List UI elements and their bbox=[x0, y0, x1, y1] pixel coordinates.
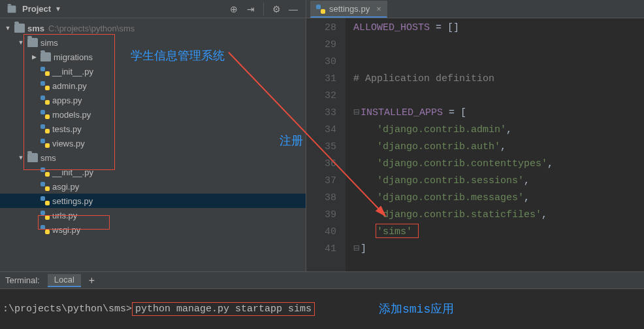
python-icon bbox=[40, 67, 50, 76]
editor-tab-bar: settings.py × bbox=[306, 0, 644, 18]
line-number: 40 bbox=[306, 224, 336, 241]
code-body[interactable]: ALLOWED_HOSTS = [] # Application definit… bbox=[346, 18, 644, 271]
folder-icon bbox=[14, 24, 25, 33]
terminal-panel: Terminal: Local + :\projects\python\sms>… bbox=[0, 271, 644, 329]
folder-icon bbox=[27, 153, 38, 162]
line-number: 30 bbox=[306, 54, 336, 71]
chevron-down-icon[interactable]: ▼ bbox=[17, 39, 25, 46]
divider bbox=[263, 3, 264, 16]
python-icon bbox=[316, 5, 325, 14]
terminal-tab[interactable]: Local bbox=[48, 274, 81, 287]
tree-file[interactable]: __init__.py bbox=[0, 64, 306, 78]
python-icon bbox=[40, 167, 50, 177]
collapse-icon[interactable]: ⇥ bbox=[245, 3, 257, 15]
tree-label: __init__.py bbox=[52, 67, 93, 77]
folder-icon bbox=[8, 5, 16, 12]
line-number: 31 bbox=[306, 71, 336, 88]
project-header: Project ▼ ⊕ ⇥ ⚙ — bbox=[0, 0, 306, 18]
gutter: 28 29 30 31 32 33 34 35 36 37 38 39 40 4… bbox=[306, 18, 346, 271]
editor-panel: settings.py × 28 29 30 31 32 33 34 35 36… bbox=[306, 0, 644, 271]
line-number: 28 bbox=[306, 20, 336, 37]
tree-label: admin.py bbox=[52, 81, 87, 91]
chevron-down-icon[interactable]: ▼ bbox=[4, 25, 12, 31]
line-number: 29 bbox=[306, 37, 336, 54]
target-icon[interactable]: ⊕ bbox=[228, 3, 240, 15]
tree-file[interactable]: tests.py bbox=[0, 122, 306, 136]
project-title[interactable]: Project bbox=[22, 4, 51, 14]
line-number: 35 bbox=[306, 139, 336, 156]
tree-file[interactable]: admin.py bbox=[0, 78, 306, 93]
tree-label: views.py bbox=[52, 139, 85, 148]
editor-tab[interactable]: settings.py × bbox=[310, 1, 387, 18]
tree-label: tests.py bbox=[52, 124, 82, 134]
python-icon bbox=[40, 225, 50, 234]
tree-file[interactable]: wsgi.py bbox=[0, 222, 306, 237]
terminal-title: Terminal: bbox=[5, 275, 40, 285]
tree-label: wsgi.py bbox=[52, 225, 80, 235]
line-number: 41 bbox=[306, 241, 336, 258]
tree-file[interactable]: urls.py bbox=[0, 208, 306, 222]
python-icon bbox=[40, 110, 50, 119]
tree-file[interactable]: models.py bbox=[0, 107, 306, 122]
terminal-body[interactable]: :\projects\python\sms>python manage.py s… bbox=[0, 289, 644, 329]
dropdown-icon[interactable]: ▼ bbox=[55, 5, 61, 12]
line-number: 36 bbox=[306, 156, 336, 173]
tree-root[interactable]: ▼ sms C:\projects\python\sms bbox=[0, 21, 306, 35]
chevron-down-icon[interactable]: ▼ bbox=[17, 154, 25, 161]
tree-file-selected[interactable]: settings.py bbox=[0, 194, 306, 208]
tree-label: settings.py bbox=[52, 196, 93, 206]
tree-folder-sims[interactable]: ▼ sims bbox=[0, 35, 306, 50]
tree-path: C:\projects\python\sms bbox=[48, 24, 135, 33]
tree-label: urls.py bbox=[52, 211, 77, 220]
tree-label: __init__.py bbox=[52, 167, 93, 177]
folder-icon bbox=[27, 38, 38, 47]
tree-folder-migrations[interactable]: ▶ migrations bbox=[0, 50, 306, 64]
line-number: 37 bbox=[306, 173, 336, 190]
tree-file[interactable]: asgi.py bbox=[0, 179, 306, 194]
python-icon bbox=[40, 81, 50, 90]
tree-label: asgi.py bbox=[52, 182, 79, 192]
annotation-box: python manage.py startapp sims bbox=[132, 302, 315, 316]
tree-folder-sms[interactable]: ▼ sms bbox=[0, 150, 306, 165]
tab-label: settings.py bbox=[329, 4, 370, 14]
tree-label: sms bbox=[40, 153, 56, 163]
tree-label: apps.py bbox=[52, 95, 82, 105]
line-number: 32 bbox=[306, 88, 336, 105]
project-panel: Project ▼ ⊕ ⇥ ⚙ — ▼ sms C:\projects\pyth… bbox=[0, 0, 306, 271]
terminal-prompt: :\projects\python\sms> bbox=[3, 303, 132, 315]
python-icon bbox=[40, 196, 50, 205]
gear-icon[interactable]: ⚙ bbox=[270, 3, 282, 15]
line-number: 39 bbox=[306, 207, 336, 224]
folder-icon bbox=[40, 52, 51, 61]
terminal-command: python manage.py startapp sims bbox=[135, 303, 312, 315]
python-icon bbox=[40, 124, 50, 133]
python-icon bbox=[40, 182, 50, 191]
hide-icon[interactable]: — bbox=[287, 3, 299, 15]
annotation-box bbox=[376, 224, 419, 238]
project-tree: ▼ sms C:\projects\python\sms ▼ sims ▶ mi… bbox=[0, 18, 306, 271]
chevron-right-icon[interactable]: ▶ bbox=[30, 54, 38, 60]
tree-label: models.py bbox=[52, 110, 91, 120]
terminal-tab-bar: Terminal: Local + bbox=[0, 272, 644, 289]
line-number: 33 bbox=[306, 105, 336, 122]
python-icon bbox=[40, 211, 50, 220]
close-icon[interactable]: × bbox=[376, 4, 381, 14]
tree-file[interactable]: __init__.py bbox=[0, 165, 306, 179]
code-editor[interactable]: 28 29 30 31 32 33 34 35 36 37 38 39 40 4… bbox=[306, 18, 644, 271]
tree-label: sims bbox=[40, 38, 58, 48]
plus-icon[interactable]: + bbox=[89, 275, 95, 286]
tree-file[interactable]: apps.py bbox=[0, 93, 306, 107]
annotation-addapp: 添加smis应用 bbox=[379, 301, 454, 317]
python-icon bbox=[40, 95, 50, 105]
tree-label: sms bbox=[27, 24, 44, 33]
line-number: 38 bbox=[306, 190, 336, 207]
tree-file[interactable]: views.py bbox=[0, 136, 306, 150]
tree-label: migrations bbox=[54, 52, 93, 62]
python-icon bbox=[40, 139, 50, 148]
line-number: 34 bbox=[306, 122, 336, 139]
